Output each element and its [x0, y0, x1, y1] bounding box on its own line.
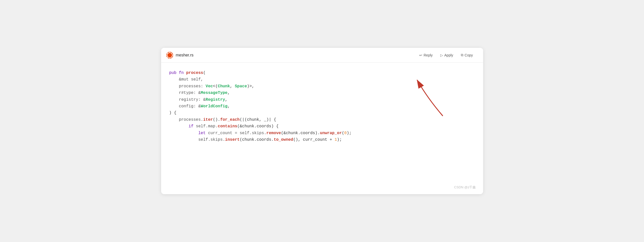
- apply-label: Apply: [444, 53, 453, 57]
- header-left: mesher.rs: [166, 52, 194, 59]
- copy-label: Copy: [465, 53, 473, 57]
- reply-icon: ↩: [419, 53, 422, 57]
- code-block: pub fn process( &mut self, processes: Ve…: [169, 70, 475, 143]
- header-actions: ↩ Reply ▷ Apply ⧉ Copy: [416, 51, 476, 59]
- reply-label: Reply: [424, 53, 433, 57]
- rust-icon: [166, 52, 173, 59]
- reply-button[interactable]: ↩ Reply: [416, 52, 436, 59]
- svg-rect-4: [166, 55, 167, 55]
- svg-rect-3: [169, 57, 170, 58]
- svg-rect-2: [169, 52, 170, 53]
- file-title: mesher.rs: [176, 53, 194, 57]
- copy-icon: ⧉: [461, 53, 463, 57]
- code-card: mesher.rs ↩ Reply ▷ Apply ⧉ Copy: [161, 48, 483, 194]
- watermark: CSDN @z千鑫: [454, 185, 476, 190]
- apply-button[interactable]: ▷ Apply: [437, 52, 456, 59]
- code-area: pub fn process( &mut self, processes: Ve…: [161, 63, 483, 194]
- svg-point-10: [169, 54, 171, 56]
- copy-button[interactable]: ⧉ Copy: [458, 51, 476, 59]
- header: mesher.rs ↩ Reply ▷ Apply ⧉ Copy: [161, 48, 483, 63]
- apply-icon: ▷: [440, 53, 443, 57]
- svg-rect-5: [172, 55, 173, 55]
